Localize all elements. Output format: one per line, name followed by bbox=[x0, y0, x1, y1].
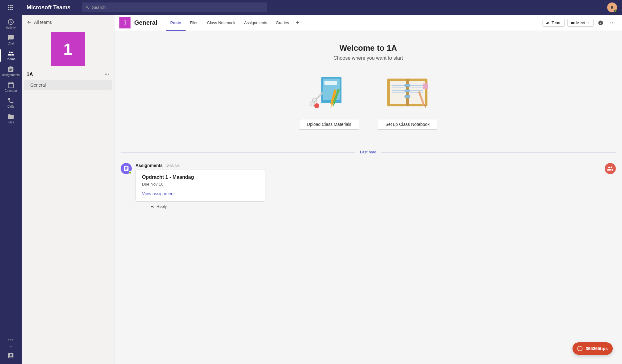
teams-panel: All teams 1 1A ··· General bbox=[22, 15, 114, 364]
welcome-title: Welcome to 1A bbox=[340, 43, 397, 53]
sidebar-item-more[interactable]: ... bbox=[0, 334, 22, 350]
sidebar-item-files[interactable]: Files bbox=[0, 111, 22, 126]
meet-button[interactable]: Meet bbox=[567, 19, 594, 27]
welcome-subtitle: Choose where you want to start bbox=[333, 55, 403, 61]
sidebar-item-calendar-label: Calendar bbox=[5, 89, 17, 92]
tab-assignments[interactable]: Assignments bbox=[240, 15, 271, 31]
team-name: 1A bbox=[27, 72, 33, 77]
svg-rect-17 bbox=[324, 81, 337, 85]
more-icon bbox=[610, 20, 615, 26]
channel-name: General bbox=[134, 19, 157, 26]
info-button[interactable] bbox=[596, 18, 605, 28]
tab-posts[interactable]: Posts bbox=[166, 15, 185, 31]
team-button[interactable]: Team bbox=[543, 19, 565, 27]
notebook-illustration-svg bbox=[384, 72, 431, 113]
sidebar-item-assignments[interactable]: Assignments bbox=[0, 63, 22, 79]
channel-general[interactable]: General bbox=[24, 80, 112, 90]
last-read-label: Last read bbox=[360, 150, 376, 154]
tips-button[interactable]: 365365tips bbox=[573, 342, 613, 355]
svg-point-14 bbox=[614, 22, 615, 23]
sidebar-item-calls[interactable]: Calls bbox=[0, 95, 22, 111]
tab-class-notebook[interactable]: Class Notebook bbox=[203, 15, 240, 31]
svg-rect-2 bbox=[11, 5, 13, 6]
message-sender: Assignments bbox=[135, 163, 163, 168]
sidebar-item-apps[interactable] bbox=[0, 350, 22, 362]
message-avatar bbox=[121, 163, 132, 174]
top-bar: Microsoft Teams B bbox=[22, 0, 622, 15]
channel-actions: Team Meet bbox=[543, 18, 617, 28]
svg-rect-8 bbox=[11, 9, 13, 10]
add-tab-button[interactable]: + bbox=[293, 19, 302, 26]
assignment-due: Due Nov 16 bbox=[142, 182, 259, 186]
reply-button[interactable]: Reply bbox=[135, 202, 601, 210]
team-name-row: 1A ··· bbox=[22, 70, 114, 80]
view-assignment-button[interactable]: View assignment bbox=[142, 191, 175, 196]
reply-icon bbox=[150, 204, 155, 209]
channel-tabs: Posts Files Class Notebook Assignments G… bbox=[166, 15, 301, 31]
user-icon bbox=[607, 165, 614, 172]
sidebar-item-files-label: Files bbox=[7, 121, 14, 124]
upload-materials-button[interactable]: Upload Class Materials bbox=[299, 119, 359, 130]
top-bar-right: B bbox=[607, 2, 617, 12]
sidebar-item-more-label: ... bbox=[10, 344, 12, 347]
content-area: Welcome to 1A Choose where you want to s… bbox=[114, 31, 622, 364]
reply-label: Reply bbox=[157, 204, 167, 209]
setup-notebook-button[interactable]: Set up Class Notebook bbox=[378, 119, 437, 130]
avatar[interactable]: B bbox=[607, 2, 617, 12]
assignments-avatar-icon bbox=[123, 165, 129, 172]
svg-point-12 bbox=[610, 22, 611, 23]
notebook-illustration bbox=[383, 71, 432, 114]
welcome-cards: Upload Class Materials bbox=[299, 71, 437, 130]
team-more-button[interactable]: ··· bbox=[105, 71, 109, 78]
svg-rect-41 bbox=[405, 84, 410, 87]
messages-area: Assignments 12:33 AM Opdracht 1 - Maanda… bbox=[114, 158, 622, 364]
svg-rect-6 bbox=[8, 9, 9, 10]
sidebar-item-chat-label: Chat bbox=[7, 42, 14, 45]
notebook-card: Set up Class Notebook bbox=[378, 71, 437, 130]
welcome-section: Welcome to 1A Choose where you want to s… bbox=[114, 31, 622, 146]
meet-icon bbox=[571, 21, 575, 25]
svg-point-13 bbox=[612, 22, 613, 23]
svg-rect-0 bbox=[8, 5, 9, 6]
tips-label: 365365tips bbox=[586, 346, 608, 351]
upload-illustration bbox=[304, 71, 354, 114]
svg-rect-4 bbox=[10, 7, 11, 8]
svg-point-11 bbox=[12, 339, 14, 340]
search-icon bbox=[85, 5, 89, 10]
team-icon bbox=[546, 21, 550, 25]
channel-badge: 1 bbox=[119, 17, 131, 28]
sidebar-item-assignments-label: Assignments bbox=[2, 73, 19, 77]
message-time: 12:33 AM bbox=[165, 164, 179, 168]
search-input[interactable] bbox=[92, 5, 264, 10]
app-logo bbox=[5, 2, 16, 14]
svg-rect-43 bbox=[405, 95, 410, 98]
sidebar-item-calendar[interactable]: Calendar bbox=[0, 79, 22, 95]
app-title: Microsoft Teams bbox=[27, 4, 71, 11]
avatar-status bbox=[129, 171, 132, 174]
search-box[interactable] bbox=[82, 2, 267, 12]
divider-line-left bbox=[121, 152, 355, 152]
more-options-button[interactable] bbox=[608, 18, 617, 28]
svg-rect-3 bbox=[8, 7, 9, 8]
message-row: Assignments 12:33 AM Opdracht 1 - Maanda… bbox=[121, 163, 616, 210]
sidebar-item-teams-label: Teams bbox=[6, 58, 15, 61]
sidebar-item-chat[interactable]: Chat bbox=[0, 32, 22, 48]
info-icon bbox=[598, 20, 603, 26]
office-icon bbox=[577, 345, 583, 352]
svg-marker-19 bbox=[331, 105, 332, 108]
back-label: All teams bbox=[34, 20, 52, 25]
upload-materials-card: Upload Class Materials bbox=[299, 71, 359, 130]
svg-rect-5 bbox=[11, 7, 13, 8]
assignment-card: Opdracht 1 - Maandag Due Nov 16 View ass… bbox=[135, 169, 265, 202]
sidebar-item-calls-label: Calls bbox=[7, 105, 14, 108]
tab-grades[interactable]: Grades bbox=[272, 15, 294, 31]
assignment-title: Opdracht 1 - Maandag bbox=[142, 174, 259, 180]
svg-rect-42 bbox=[405, 90, 410, 92]
sidebar-item-teams[interactable]: Teams bbox=[0, 48, 22, 63]
message-content: Assignments 12:33 AM Opdracht 1 - Maanda… bbox=[135, 163, 601, 210]
sidebar-item-activity[interactable]: Activity bbox=[0, 16, 22, 32]
status-indicator bbox=[614, 10, 617, 12]
svg-point-10 bbox=[10, 339, 11, 340]
tab-files[interactable]: Files bbox=[186, 15, 203, 31]
back-to-teams[interactable]: All teams bbox=[22, 15, 114, 28]
